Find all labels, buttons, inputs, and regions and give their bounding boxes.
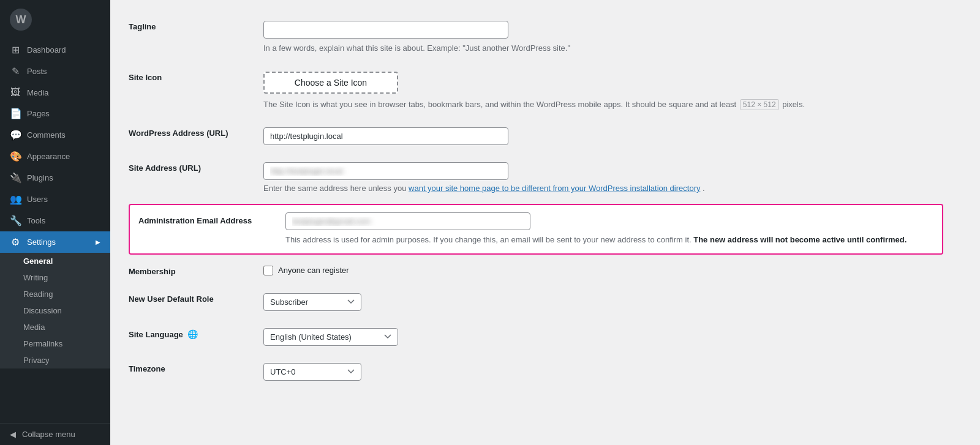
collapse-label: Collapse menu [22,430,75,439]
submenu-permalinks[interactable]: Permalinks [0,335,110,352]
timezone-cell: UTC+0 UTC-5 UTC-8 UTC+1 UTC+5:30 [257,354,949,389]
choose-site-icon-button[interactable]: Choose a Site Icon [263,72,398,94]
chevron-right-icon: ▶ [96,239,100,245]
posts-icon: ✎ [10,65,21,77]
membership-cell: Anyone can register [257,257,949,285]
sidebar-item-label: Media [27,88,48,97]
tagline-input[interactable] [263,21,508,39]
comments-icon: 💬 [10,129,21,141]
site-address-row: Site Address (URL) Enter the same addres… [123,154,949,201]
email-note-prefix: This address is used for admin purposes.… [285,235,693,244]
sidebar-bottom: ◀ Collapse menu [0,423,110,445]
submenu-reading[interactable]: Reading [0,286,110,302]
icon-desc-suffix: pixels. [782,100,805,109]
dashboard-icon: ⊞ [10,44,21,56]
membership-label: Membership [123,257,257,285]
email-note-strong: The new address will not become active u… [693,235,907,244]
site-language-row: Site Language 🌐 English (United States) … [123,320,949,354]
submenu-privacy[interactable]: Privacy [0,352,110,368]
tagline-description: In a few words, explain what this site i… [263,42,943,54]
tools-icon: 🔧 [10,215,21,226]
admin-email-field-wrap: This address is used for admin purposes.… [285,212,933,246]
sidebar-item-label: Users [27,195,48,204]
sidebar-item-tools[interactable]: 🔧 Tools [0,210,110,231]
new-user-role-row: New User Default Role Subscriber Contrib… [123,285,949,320]
site-address-input[interactable] [263,162,508,180]
site-address-note: Enter the same address here unless you w… [263,184,943,193]
submenu-writing[interactable]: Writing [0,269,110,286]
sidebar-item-comments[interactable]: 💬 Comments [0,124,110,146]
sidebar-item-pages[interactable]: 📄 Pages [0,103,110,124]
site-language-label: Site Language 🌐 [123,320,257,354]
timezone-label: Timezone [123,354,257,389]
admin-email-note: This address is used for admin purposes.… [285,234,933,246]
appearance-icon: 🎨 [10,151,21,162]
site-address-cell: Enter the same address here unless you w… [257,154,949,201]
site-icon-description: The Site Icon is what you see in browser… [263,99,943,111]
site-icon-label: Site Icon [123,63,257,119]
admin-email-label: Administration Email Address [138,212,273,225]
sidebar-item-label: Dashboard [27,45,66,54]
anyone-can-register-text: Anyone can register [278,266,349,275]
sidebar-item-users[interactable]: 👥 Users [0,189,110,210]
site-language-select[interactable]: English (United States) English (UK) Fra… [263,328,398,346]
site-note-suffix: . [703,184,705,193]
sidebar-item-label: Posts [27,67,47,76]
submenu-general[interactable]: General [0,253,110,269]
collapse-menu-button[interactable]: ◀ Collapse menu [0,424,110,445]
site-address-label: Site Address (URL) [123,154,257,201]
wp-address-cell [257,119,949,154]
wp-address-label: WordPress Address (URL) [123,119,257,154]
wp-address-input[interactable] [263,127,508,145]
site-language-cell: English (United States) English (UK) Fra… [257,320,949,354]
wp-logo: W [0,0,110,39]
settings-table: Tagline In a few words, explain what thi… [123,12,949,201]
sidebar-item-label: Appearance [27,152,70,161]
tagline-field-cell: In a few words, explain what this site i… [257,12,949,63]
sidebar-item-label: Plugins [27,173,53,182]
content-area: Tagline In a few words, explain what thi… [110,0,968,402]
tagline-label: Tagline [123,12,257,63]
tagline-row: Tagline In a few words, explain what thi… [123,12,949,63]
wp-address-row: WordPress Address (URL) [123,119,949,154]
anyone-can-register-label[interactable]: Anyone can register [263,266,943,275]
site-icon-cell: Choose a Site Icon The Site Icon is what… [257,63,949,119]
sidebar-item-label: Comments [27,130,66,140]
settings-table-2: Membership Anyone can register New User … [123,257,949,389]
wp-logo-icon: W [10,9,32,31]
new-user-role-label: New User Default Role [123,285,257,320]
icon-desc-prefix: The Site Icon is what you see in browser… [263,100,736,109]
sidebar-item-label: Tools [27,216,45,225]
users-icon: 👥 [10,193,21,205]
media-icon: 🖼 [10,87,21,98]
membership-row: Membership Anyone can register [123,257,949,285]
translate-icon: 🌐 [187,329,198,339]
submenu-media[interactable]: Media [0,319,110,335]
timezone-select[interactable]: UTC+0 UTC-5 UTC-8 UTC+1 UTC+5:30 [263,363,361,381]
sidebar-item-settings[interactable]: ⚙ Settings ▶ [0,231,110,253]
sidebar-item-dashboard[interactable]: ⊞ Dashboard [0,39,110,61]
site-icon-row: Site Icon Choose a Site Icon The Site Ic… [123,63,949,119]
admin-email-section: Administration Email Address This addres… [138,212,933,246]
anyone-can-register-checkbox[interactable] [263,266,273,275]
settings-submenu: General Writing Reading Discussion Media… [0,253,110,368]
sidebar-item-plugins[interactable]: 🔌 Plugins [0,167,110,189]
sidebar-item-appearance[interactable]: 🎨 Appearance [0,146,110,167]
site-note-prefix: Enter the same address here unless you [263,184,406,193]
main-content: Tagline In a few words, explain what thi… [110,0,980,445]
timezone-row: Timezone UTC+0 UTC-5 UTC-8 UTC+1 UTC+5:3… [123,354,949,389]
plugins-icon: 🔌 [10,172,21,184]
submenu-discussion[interactable]: Discussion [0,302,110,319]
new-user-role-cell: Subscriber Contributor Author Editor Adm… [257,285,949,320]
px-badge: 512 × 512 [740,99,779,110]
sidebar: W ⊞ Dashboard ✎ Posts 🖼 Media 📄 Pages 💬 … [0,0,110,445]
new-user-role-select[interactable]: Subscriber Contributor Author Editor Adm… [263,293,361,311]
admin-email-input[interactable] [285,212,530,230]
sidebar-item-label: Settings [27,237,56,247]
settings-icon: ⚙ [10,236,21,248]
sidebar-item-label: Pages [27,109,50,118]
pages-icon: 📄 [10,108,21,119]
site-note-link[interactable]: want your site home page to be different… [409,184,700,193]
sidebar-item-media[interactable]: 🖼 Media [0,82,110,103]
sidebar-item-posts[interactable]: ✎ Posts [0,61,110,82]
